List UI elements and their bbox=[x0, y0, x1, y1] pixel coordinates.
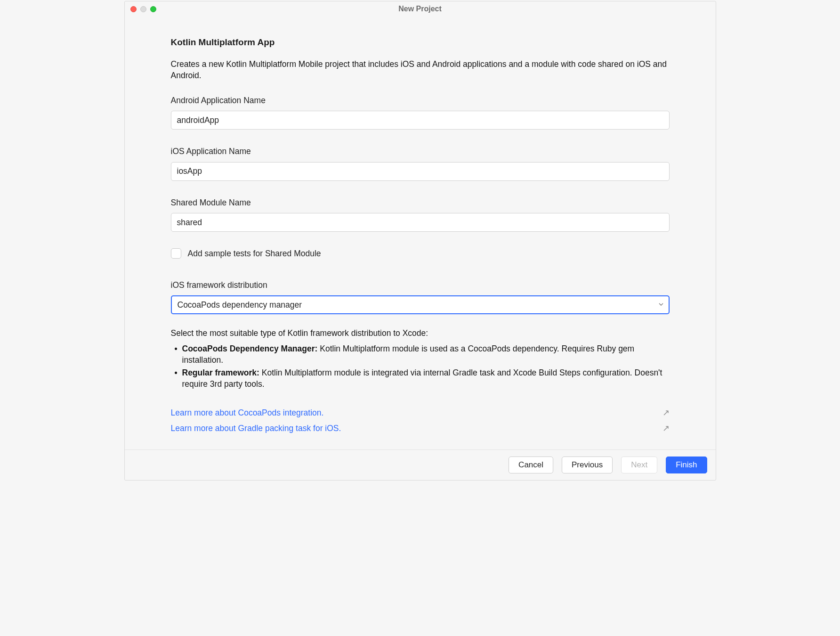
android-app-name-label: Android Application Name bbox=[171, 95, 670, 106]
ios-framework-distribution-label: iOS framework distribution bbox=[171, 279, 670, 291]
minimize-icon[interactable] bbox=[140, 6, 146, 12]
page-title: Kotlin Multiplatform App bbox=[171, 36, 670, 49]
page-description: Creates a new Kotlin Multiplatform Mobil… bbox=[171, 58, 670, 82]
maximize-icon[interactable] bbox=[150, 6, 156, 12]
framework-help-head: CocoaPods Dependency Manager: bbox=[182, 344, 318, 353]
framework-help-item: CocoaPods Dependency Manager: Kotlin Mul… bbox=[175, 343, 670, 366]
add-sample-tests-label: Add sample tests for Shared Module bbox=[188, 248, 321, 260]
ios-framework-distribution-value: CocoaPods dependency manager bbox=[178, 299, 302, 311]
add-sample-tests-checkbox[interactable] bbox=[171, 248, 181, 259]
window-title: New Project bbox=[125, 4, 716, 14]
external-link-icon: ↗ bbox=[662, 407, 670, 419]
ios-framework-distribution-select[interactable]: CocoaPods dependency manager bbox=[171, 295, 670, 314]
shared-module-name-label: Shared Module Name bbox=[171, 197, 670, 209]
ios-app-name-input[interactable] bbox=[171, 162, 670, 181]
framework-help-head: Regular framework: bbox=[182, 368, 259, 377]
window-controls bbox=[130, 6, 156, 12]
framework-help-intro: Select the most suitable type of Kotlin … bbox=[171, 327, 670, 339]
titlebar: New Project bbox=[125, 1, 716, 16]
shared-module-name-input[interactable] bbox=[171, 213, 670, 232]
learn-more-cocoapods-row: Learn more about CocoaPods integration. … bbox=[171, 407, 670, 419]
android-app-name-input[interactable] bbox=[171, 111, 670, 130]
framework-help-item: Regular framework: Kotlin Multiplatform … bbox=[175, 367, 670, 390]
add-sample-tests-row: Add sample tests for Shared Module bbox=[171, 248, 670, 260]
ios-framework-distribution-select-wrap: CocoaPods dependency manager bbox=[171, 295, 670, 314]
close-icon[interactable] bbox=[130, 6, 137, 12]
previous-button[interactable]: Previous bbox=[562, 457, 613, 473]
dialog-footer: Cancel Previous Next Finish bbox=[125, 449, 716, 480]
external-link-icon: ↗ bbox=[662, 423, 670, 434]
learn-more-cocoapods-link[interactable]: Learn more about CocoaPods integration. bbox=[171, 407, 324, 419]
content-area: Kotlin Multiplatform App Creates a new K… bbox=[125, 16, 716, 449]
next-button: Next bbox=[621, 457, 657, 473]
learn-more-gradle-row: Learn more about Gradle packing task for… bbox=[171, 423, 670, 434]
new-project-dialog: New Project Kotlin Multiplatform App Cre… bbox=[124, 1, 716, 481]
cancel-button[interactable]: Cancel bbox=[509, 457, 553, 473]
framework-help-list: CocoaPods Dependency Manager: Kotlin Mul… bbox=[171, 343, 670, 390]
finish-button[interactable]: Finish bbox=[666, 457, 707, 473]
ios-app-name-label: iOS Application Name bbox=[171, 146, 670, 157]
learn-more-gradle-link[interactable]: Learn more about Gradle packing task for… bbox=[171, 423, 341, 434]
